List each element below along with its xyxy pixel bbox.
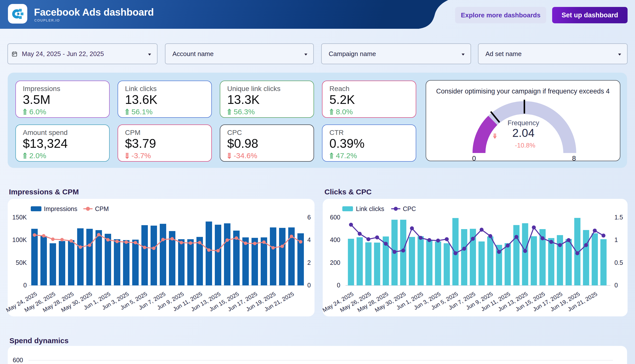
svg-text:0: 0 bbox=[614, 282, 618, 288]
svg-text:50K: 50K bbox=[16, 259, 27, 266]
svg-text:Impressions: Impressions bbox=[44, 205, 77, 212]
svg-text:Frequency: Frequency bbox=[507, 119, 539, 127]
svg-text:0: 0 bbox=[337, 282, 340, 288]
svg-text:CPM: CPM bbox=[95, 205, 109, 212]
svg-text:6: 6 bbox=[307, 214, 311, 221]
svg-text:4: 4 bbox=[307, 236, 311, 243]
svg-text:Consider optimising your campa: Consider optimising your campaign if fre… bbox=[436, 88, 609, 95]
svg-text:0: 0 bbox=[472, 154, 476, 162]
svg-text:0: 0 bbox=[23, 282, 27, 288]
svg-text:600: 600 bbox=[13, 356, 23, 364]
svg-text:1: 1 bbox=[614, 236, 618, 243]
svg-text:1.5: 1.5 bbox=[614, 214, 623, 221]
svg-text:-10.8%: -10.8% bbox=[515, 142, 535, 149]
svg-text:0.5: 0.5 bbox=[614, 259, 623, 266]
svg-text:Link clicks: Link clicks bbox=[356, 205, 384, 212]
svg-text:2: 2 bbox=[307, 259, 311, 266]
svg-text:150K: 150K bbox=[13, 214, 27, 221]
svg-text:0: 0 bbox=[307, 282, 311, 288]
svg-text:600: 600 bbox=[330, 214, 340, 221]
svg-text:8: 8 bbox=[572, 154, 576, 162]
svg-text:CPC: CPC bbox=[403, 205, 416, 212]
svg-text:100K: 100K bbox=[13, 236, 27, 243]
svg-text:200: 200 bbox=[330, 259, 340, 266]
svg-text:2.04: 2.04 bbox=[512, 126, 534, 139]
svg-text:400: 400 bbox=[330, 236, 340, 243]
